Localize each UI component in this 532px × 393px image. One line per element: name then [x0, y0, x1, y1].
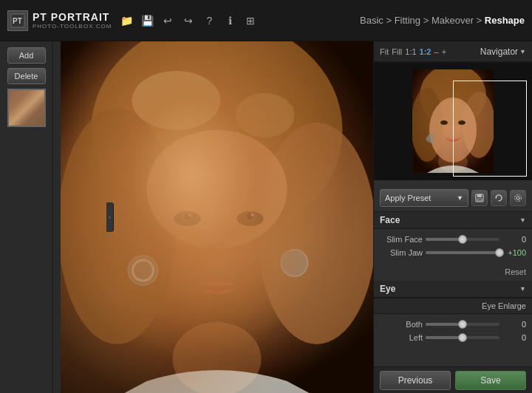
zoom-plus-button[interactable]: + — [442, 47, 446, 56]
slim-face-thumb[interactable] — [458, 235, 467, 244]
logo-icon: PT — [7, 10, 28, 31]
slim-face-track[interactable] — [426, 238, 499, 241]
navigator-header: Fit Fill 1:1 1:2 – + Navigator ▼ — [374, 41, 532, 62]
undo-icon[interactable]: ↩ — [160, 13, 175, 28]
app-title: PT PORTRAIT — [33, 11, 112, 23]
eye-left-fill — [426, 336, 463, 339]
svg-point-19 — [129, 256, 158, 285]
svg-point-20 — [133, 260, 154, 281]
save-icon[interactable]: 💾 — [140, 13, 154, 28]
svg-point-36 — [515, 195, 522, 202]
navigator-dropdown[interactable]: Navigator ▼ — [480, 47, 526, 57]
svg-point-7 — [236, 93, 295, 137]
face-title: Face — [380, 215, 400, 225]
preset-row: Apply Preset ▼ — [374, 185, 532, 212]
eye-sliders: Both 0 Left 0 — [374, 314, 532, 352]
delete-button[interactable]: Delete — [7, 68, 46, 84]
header: PT PT PORTRAIT PHOTO-TOOLBOX.COM 📁 💾 ↩ ↪… — [0, 0, 532, 41]
svg-point-18 — [204, 241, 231, 270]
previous-button[interactable]: Previous — [380, 371, 451, 390]
navigator-preview — [374, 62, 532, 180]
svg-point-28 — [440, 120, 448, 125]
svg-point-29 — [458, 120, 466, 125]
slim-jaw-track[interactable] — [426, 251, 499, 254]
preset-save-button[interactable] — [471, 190, 488, 206]
svg-point-22 — [173, 322, 262, 393]
eye-both-row: Both 0 — [380, 320, 526, 329]
slim-face-value: 0 — [502, 235, 526, 244]
svg-point-17 — [251, 213, 254, 216]
ratio-button[interactable]: 1:1 — [405, 47, 416, 56]
svg-point-10 — [174, 211, 201, 226]
logo-text: PT PORTRAIT PHOTO-TOOLBOX.COM — [33, 11, 112, 30]
eye-both-value: 0 — [502, 320, 526, 329]
slim-face-row: Slim Face 0 — [380, 235, 526, 244]
preset-settings-button[interactable] — [510, 190, 526, 206]
thumbnail[interactable] — [7, 89, 46, 127]
fill-button[interactable]: Fill — [392, 47, 402, 56]
slim-face-label: Slim Face — [380, 235, 423, 244]
main-area: Add Delete ‹ — [0, 41, 532, 393]
eye-both-thumb[interactable] — [458, 320, 467, 329]
help-icon[interactable]: ? — [202, 13, 216, 28]
navigator-arrow: ▼ — [519, 48, 526, 55]
svg-point-5 — [258, 123, 374, 344]
eye-title: Eye — [380, 284, 395, 294]
svg-rect-33 — [477, 199, 482, 201]
eye-left-value: 0 — [502, 333, 526, 342]
refresh-icon — [494, 194, 503, 202]
breadcrumb: Basic > Fitting > Makeover > Reshape — [360, 15, 525, 26]
app-subtitle: PHOTO-TOOLBOX.COM — [33, 23, 112, 30]
redo-icon[interactable]: ↪ — [181, 13, 196, 28]
gear-icon — [514, 194, 522, 202]
left-sidebar: Add Delete — [0, 41, 53, 393]
eye-both-fill — [426, 323, 463, 326]
toolbar-icons: 📁 💾 ↩ ↪ ? ℹ ⊞ — [119, 13, 258, 28]
slim-jaw-thumb[interactable] — [495, 248, 504, 257]
eye-enlarge-label: Eye Enlarge — [482, 301, 526, 310]
layout-icon[interactable]: ⊞ — [243, 13, 258, 28]
slim-face-fill — [426, 238, 463, 241]
save-button[interactable]: Save — [455, 371, 526, 390]
preset-label: Apply Preset — [385, 194, 431, 202]
slim-jaw-value: +100 — [502, 248, 526, 257]
preset-arrow: ▼ — [457, 194, 463, 202]
zoom-level: 1:2 — [420, 47, 432, 56]
eye-left-label: Left — [380, 333, 423, 342]
save-icon — [475, 194, 484, 202]
logo-area: PT PT PORTRAIT PHOTO-TOOLBOX.COM — [7, 10, 112, 31]
preset-dropdown[interactable]: Apply Preset ▼ — [380, 189, 468, 207]
face-arrow: ▼ — [519, 216, 526, 224]
info-icon[interactable]: ℹ — [222, 13, 237, 28]
svg-point-4 — [61, 108, 177, 344]
svg-point-15 — [248, 213, 253, 219]
svg-point-6 — [132, 71, 221, 130]
bottom-bar: Previous Save — [374, 366, 532, 393]
face-section-header[interactable]: Face ▼ — [374, 212, 532, 229]
slim-jaw-label: Slim Jaw — [380, 248, 423, 257]
svg-point-9 — [147, 130, 287, 248]
breadcrumb-active: Reshape — [485, 15, 525, 26]
preset-refresh-button[interactable] — [491, 190, 507, 206]
svg-point-13 — [245, 212, 256, 222]
svg-point-14 — [185, 213, 191, 219]
open-folder-icon[interactable]: 📁 — [119, 13, 134, 28]
svg-point-12 — [182, 212, 194, 222]
eye-arrow: ▼ — [519, 285, 526, 293]
collapse-left-arrow[interactable]: ‹ — [106, 202, 114, 232]
eye-section-header[interactable]: Eye ▼ — [374, 281, 532, 298]
eye-left-track[interactable] — [426, 336, 499, 339]
eye-both-track[interactable] — [426, 323, 499, 326]
right-panel: Fit Fill 1:1 1:2 – + Navigator ▼ — [373, 41, 532, 393]
svg-point-11 — [237, 211, 264, 226]
zoom-minus-button[interactable]: – — [434, 47, 439, 56]
breadcrumb-path: Basic > Fitting > Makeover > — [360, 15, 485, 26]
eye-left-row: Left 0 — [380, 333, 526, 342]
fit-button[interactable]: Fit — [380, 47, 389, 56]
thumbnail-image — [9, 90, 44, 126]
controls-section: Apply Preset ▼ Face ▼ — [374, 180, 532, 366]
add-button[interactable]: Add — [7, 47, 46, 64]
nav-preview-image — [412, 69, 494, 173]
eye-left-thumb[interactable] — [458, 333, 467, 342]
face-reset-button[interactable]: Reset — [505, 267, 526, 276]
